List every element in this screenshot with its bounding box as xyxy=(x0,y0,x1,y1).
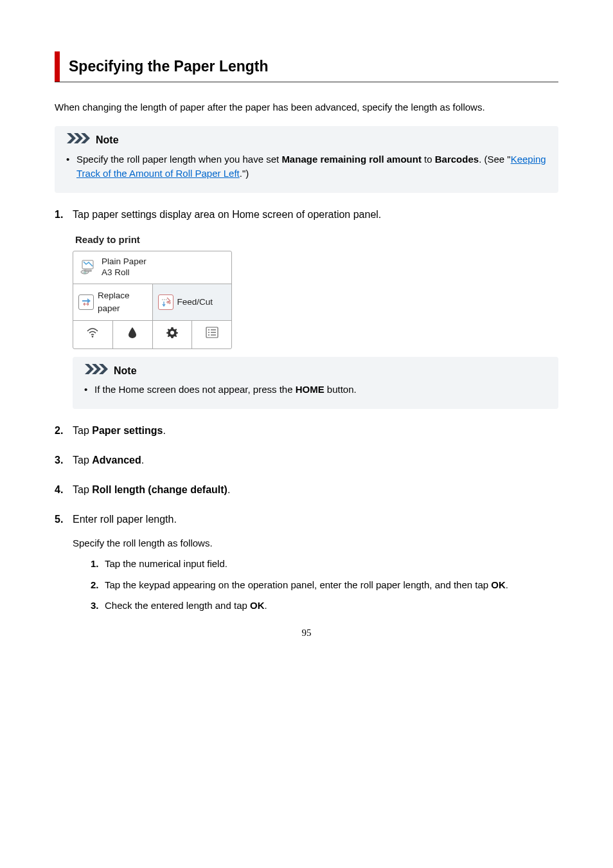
feed-cut-button[interactable]: Feed/Cut xyxy=(152,284,232,321)
svg-point-4 xyxy=(166,302,168,303)
note-header: Note xyxy=(66,132,547,149)
step-1: Tap paper settings display area on Home … xyxy=(55,207,558,409)
step-2: Tap Paper settings. xyxy=(55,423,558,439)
ink-drop-icon xyxy=(128,327,137,343)
title-accent xyxy=(55,51,60,82)
step-1-text: Tap paper settings display area on Home … xyxy=(73,207,558,222)
note-box-inner: Note If the Home screen does not appear,… xyxy=(73,357,558,409)
replace-paper-icon xyxy=(78,294,94,310)
step-4: Tap Roll length (change default). xyxy=(55,482,558,498)
note-label: Note xyxy=(96,132,119,148)
substep-2: Tap the keypad appearing on the operatio… xyxy=(91,578,558,593)
intro-text: When changing the length of paper after … xyxy=(55,100,558,115)
page-number: 95 xyxy=(0,626,613,640)
note-box-top: Note Specify the roll paper length when … xyxy=(55,126,558,193)
svg-point-9 xyxy=(208,329,209,330)
substep-3: Check the entered length and tap OK. xyxy=(91,599,558,613)
section-title-bar: Specifying the Paper Length xyxy=(55,51,558,82)
replace-paper-button[interactable]: Replace paper xyxy=(73,284,152,321)
roll-paper-icon: ◎ xyxy=(80,259,96,276)
wifi-icon xyxy=(86,327,99,343)
step-5-text: Enter roll paper length. xyxy=(73,512,558,527)
note-header-inner: Note xyxy=(84,363,547,379)
note-item: Specify the roll paper length when you h… xyxy=(66,152,547,181)
job-list-icon xyxy=(206,327,218,343)
svg-point-11 xyxy=(208,332,209,333)
svg-point-13 xyxy=(208,334,209,336)
svg-point-6 xyxy=(92,336,94,338)
substep-1: Tap the numerical input field. xyxy=(91,557,558,572)
paper-settings-display[interactable]: ◎ Plain Paper A3 Roll xyxy=(73,251,231,284)
jobs-button[interactable] xyxy=(191,321,231,348)
svg-point-5 xyxy=(168,302,170,304)
note-chevrons-icon xyxy=(84,363,109,379)
paper-type: Plain Paper xyxy=(102,257,147,267)
paper-size: A3 Roll xyxy=(102,267,147,278)
svg-point-7 xyxy=(170,331,174,335)
note-label-inner: Note xyxy=(114,363,137,379)
svg-rect-3 xyxy=(85,270,91,271)
feed-cut-icon xyxy=(158,294,173,310)
wifi-button[interactable] xyxy=(73,321,112,348)
step-3: Tap Advanced. xyxy=(55,453,558,468)
ink-button[interactable] xyxy=(112,321,152,348)
printer-home-screenshot: Ready to print ◎ xyxy=(73,231,232,349)
note-chevrons-icon xyxy=(66,132,91,149)
step-5-subtext: Specify the roll length as follows. xyxy=(73,536,558,551)
settings-button[interactable] xyxy=(152,321,192,348)
step-5: Enter roll paper length. Specify the rol… xyxy=(55,512,558,613)
status-ready: Ready to print xyxy=(73,231,232,251)
gear-icon xyxy=(166,326,179,343)
section-title: Specifying the Paper Length xyxy=(60,51,269,82)
note-item-inner: If the Home screen does not appear, pres… xyxy=(84,383,547,397)
